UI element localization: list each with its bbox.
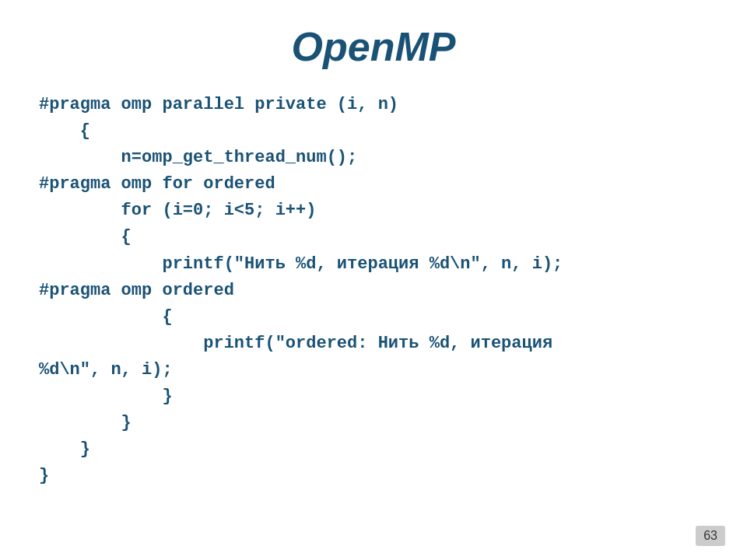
code-line-15: } [39,466,49,485]
code-line-5: for (i=0; i<5; i++) [39,201,316,220]
code-line-12: } [39,387,173,406]
code-line-8: #pragma omp ordered [39,281,234,300]
code-line-3: n=omp_get_thread_num(); [39,148,357,167]
slide: OpenMP #pragma omp parallel private (i, … [0,0,747,560]
code-line-9: { [39,307,173,327]
code-line-7: printf("Нить %d, итерация %d\n", n, i); [39,254,563,274]
page-number: 63 [696,526,725,546]
code-line-2: { [39,121,90,141]
code-line-11: %d\n", n, i); [39,360,173,380]
code-line-6: { [39,227,132,247]
code-line-10: printf("ordered: Нить %d, итерация [39,334,552,353]
code-line-13: } [39,413,132,432]
code-line-14: } [39,439,90,459]
code-block: #pragma omp parallel private (i, n) { n=… [39,92,563,489]
code-line-1: #pragma omp parallel private (i, n) [39,95,398,114]
code-line-4: #pragma omp for ordered [39,174,275,194]
slide-title: OpenMP [39,23,708,70]
